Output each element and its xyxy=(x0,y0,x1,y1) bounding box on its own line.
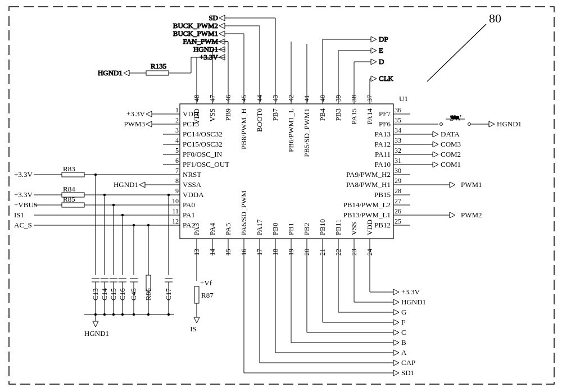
svg-text:7: 7 xyxy=(175,167,179,175)
svg-text:BOOT0: BOOT0 xyxy=(255,108,264,132)
svg-text:PB11: PB11 xyxy=(334,220,342,235)
svg-text:HGND1: HGND1 xyxy=(98,69,123,77)
svg-text:R83: R83 xyxy=(63,165,75,173)
svg-text:BUCK_PWM2: BUCK_PWM2 xyxy=(173,21,218,30)
svg-text:PA17: PA17 xyxy=(255,219,264,235)
svg-text:B: B xyxy=(401,338,406,347)
svg-text:PA6/SD_PWM: PA6/SD_PWM xyxy=(239,190,248,235)
svg-text:A: A xyxy=(401,348,407,357)
svg-text:+3.3V: +3.3V xyxy=(401,288,420,296)
svg-text:C14: C14 xyxy=(100,288,108,300)
svg-text:VSS: VSS xyxy=(350,222,358,235)
svg-text:IS1: IS1 xyxy=(14,211,24,219)
svg-text:SD: SD xyxy=(209,13,218,22)
svg-text:PB2: PB2 xyxy=(302,223,311,235)
svg-text:CLK: CLK xyxy=(379,74,394,83)
svg-text:PA14: PA14 xyxy=(365,108,374,125)
svg-text:PB8/PWM_H: PB8/PWM_H xyxy=(239,108,248,149)
svg-text:36: 36 xyxy=(395,106,401,114)
svg-text:10: 10 xyxy=(172,197,179,205)
svg-text:PB10: PB10 xyxy=(318,219,327,235)
svg-rect-193 xyxy=(62,172,84,177)
block-ref-leader xyxy=(427,24,486,81)
svg-text:G: G xyxy=(401,308,406,316)
svg-text:44: 44 xyxy=(256,95,264,102)
svg-rect-203 xyxy=(62,203,84,207)
svg-text:PF1/OSC_OUT: PF1/OSC_OUT xyxy=(183,160,229,168)
svg-text:33: 33 xyxy=(395,136,401,144)
svg-text:C15: C15 xyxy=(109,288,117,300)
svg-text:48: 48 xyxy=(193,95,201,102)
block-ref: 80 xyxy=(489,11,501,25)
svg-text:PWM3: PWM3 xyxy=(124,120,145,128)
svg-text:PA0: PA0 xyxy=(183,200,195,209)
svg-text:6: 6 xyxy=(175,157,179,165)
svg-text:PB4: PB4 xyxy=(318,108,327,121)
svg-text:R135: R135 xyxy=(151,62,166,70)
svg-text:HGND1: HGND1 xyxy=(497,120,522,128)
svg-text:PWM2: PWM2 xyxy=(461,211,482,219)
svg-text:PA9/PWM_H2: PA9/PWM_H2 xyxy=(346,170,391,179)
svg-text:VDD: VDD xyxy=(365,220,374,235)
svg-text:39: 39 xyxy=(334,95,342,102)
svg-text:NRST: NRST xyxy=(183,170,201,179)
svg-text:46: 46 xyxy=(224,95,232,102)
svg-text:PC14/OSC32: PC14/OSC32 xyxy=(183,130,223,138)
svg-text:PB12: PB12 xyxy=(374,221,391,229)
left-nets: +3.3VPWM3HGND1R83+3.3VR84+3.3VR85+VBUSIS… xyxy=(14,110,170,229)
outer-border xyxy=(9,7,554,384)
svg-text:HGND1: HGND1 xyxy=(401,298,426,306)
svg-text:AC_S: AC_S xyxy=(14,221,32,229)
svg-text:IS: IS xyxy=(190,325,197,333)
svg-text:+3.3V: +3.3V xyxy=(14,190,33,199)
svg-text:34: 34 xyxy=(395,126,401,134)
svg-text:31: 31 xyxy=(395,157,401,165)
svg-text:5: 5 xyxy=(175,147,179,154)
svg-text:E: E xyxy=(379,46,383,54)
svg-text:35: 35 xyxy=(395,116,401,124)
svg-text:DATA: DATA xyxy=(441,130,460,138)
svg-text:R87: R87 xyxy=(201,291,214,299)
svg-text:43: 43 xyxy=(271,95,279,102)
svg-rect-244 xyxy=(194,286,199,303)
svg-text:PA4: PA4 xyxy=(208,223,216,235)
svg-text:PF7: PF7 xyxy=(379,110,391,118)
svg-text:PB14/PWM_L2: PB14/PWM_L2 xyxy=(343,200,391,209)
svg-text:SD1: SD1 xyxy=(401,368,414,377)
svg-text:COM2: COM2 xyxy=(441,150,461,158)
svg-text:29: 29 xyxy=(395,177,401,185)
svg-text:42: 42 xyxy=(287,95,295,102)
svg-text:25: 25 xyxy=(395,217,401,225)
svg-text:CAP: CAP xyxy=(401,358,415,367)
svg-point-303 xyxy=(468,123,471,126)
svg-text:8: 8 xyxy=(175,177,179,185)
svg-text:PB3: PB3 xyxy=(334,108,342,121)
svg-text:R84: R84 xyxy=(63,185,75,193)
svg-text:PB0: PB0 xyxy=(271,223,279,235)
svg-text:32: 32 xyxy=(395,147,401,154)
svg-text:PA12: PA12 xyxy=(375,140,391,148)
svg-text:45: 45 xyxy=(240,95,248,102)
svg-point-302 xyxy=(440,123,443,126)
svg-text:PB1: PB1 xyxy=(287,223,295,235)
svg-text:PB5/SD_PWM1: PB5/SD_PWM1 xyxy=(302,108,311,157)
top-nets: SDBUCK_PWM2BUCK_PWM1FAN_PWMHGND1+3.3VHGN… xyxy=(98,13,394,94)
svg-text:PA13: PA13 xyxy=(375,130,391,138)
svg-text:PA10: PA10 xyxy=(375,160,391,168)
svg-text:PB6/PWM1_L: PB6/PWM1_L xyxy=(287,108,295,152)
svg-text:PB13/PWM_L1: PB13/PWM_L1 xyxy=(343,211,391,219)
svg-text:VSS: VSS xyxy=(208,108,216,122)
svg-text:47: 47 xyxy=(209,95,216,102)
svg-text:VDD: VDD xyxy=(192,108,201,124)
svg-text:PF0/OSC_IN: PF0/OSC_IN xyxy=(183,150,223,158)
svg-text:9: 9 xyxy=(175,187,179,195)
svg-text:30: 30 xyxy=(395,167,401,175)
svg-text:R85: R85 xyxy=(63,195,75,203)
svg-text:PB15: PB15 xyxy=(374,190,391,199)
svg-text:+3.3V: +3.3V xyxy=(126,110,146,118)
svg-rect-305 xyxy=(451,116,459,119)
svg-text:PF6: PF6 xyxy=(379,120,391,128)
svg-text:PA1: PA1 xyxy=(183,211,195,219)
svg-text:C45: C45 xyxy=(129,288,138,300)
svg-text:11: 11 xyxy=(172,207,179,215)
